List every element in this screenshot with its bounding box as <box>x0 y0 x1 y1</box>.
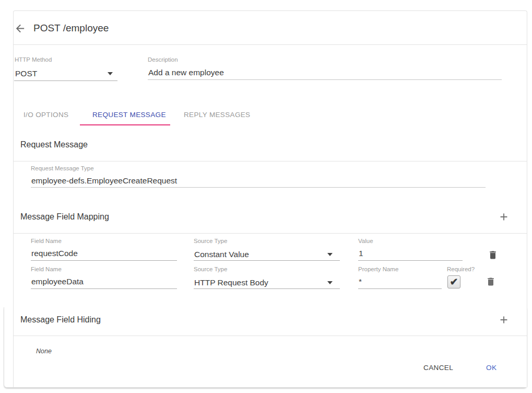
request-message-divider <box>13 161 527 161</box>
field-name-underline <box>31 260 177 261</box>
source-type-underline <box>194 260 340 261</box>
chevron-down-icon[interactable] <box>108 72 113 75</box>
delete-row-button[interactable] <box>486 276 496 287</box>
value-underline <box>358 260 463 261</box>
chevron-down-icon[interactable] <box>327 253 333 256</box>
http-method-select[interactable]: POST <box>15 69 37 78</box>
add-field-mapping-button[interactable] <box>498 211 510 223</box>
back-button[interactable] <box>14 22 26 34</box>
source-type-label: Source Type <box>194 266 227 272</box>
description-label: Description <box>148 56 178 63</box>
request-message-type-input[interactable]: employee-defs.EmployeeCreateRequest <box>31 176 177 186</box>
field-hiding-empty-text: None <box>36 348 52 355</box>
tab-io-options[interactable]: I/O OPTIONS <box>23 111 68 119</box>
description-underline <box>148 79 502 80</box>
dialog-card <box>13 10 527 387</box>
checkmark-icon: ✔ <box>450 276 458 287</box>
required-label: Required? <box>447 266 475 272</box>
request-message-type-underline <box>31 187 486 188</box>
source-type-select[interactable]: Constant Value <box>194 250 249 259</box>
tab-reply-messages[interactable]: REPLY MESSAGES <box>184 111 250 119</box>
active-tab-indicator <box>80 124 170 125</box>
delete-row-button[interactable] <box>488 249 498 261</box>
value-label: Value <box>358 238 373 244</box>
page-title: POST /employee <box>33 22 109 34</box>
add-field-hiding-button[interactable] <box>498 314 510 326</box>
arrow-left-icon <box>14 22 26 34</box>
source-type-underline <box>194 288 340 289</box>
field-name-input[interactable]: requestCode <box>31 249 78 258</box>
required-checkbox[interactable]: ✔ <box>447 275 460 288</box>
request-message-heading: Request Message <box>20 140 88 149</box>
chevron-down-icon[interactable] <box>327 281 333 284</box>
ok-button[interactable]: OK <box>486 364 496 372</box>
plus-icon <box>498 314 510 326</box>
field-hiding-divider <box>13 336 527 336</box>
field-name-input[interactable]: employeeData <box>31 277 84 286</box>
field-name-label: Field Name <box>31 238 62 244</box>
source-type-label: Source Type <box>194 238 227 244</box>
tab-request-message[interactable]: REQUEST MESSAGE <box>92 111 166 119</box>
trash-icon <box>486 276 496 287</box>
endpoint-editor-dialog: POST /employee HTTP Method POST Descript… <box>0 0 532 393</box>
property-name-input[interactable]: * <box>359 277 362 286</box>
description-input[interactable]: Add a new employee <box>148 68 224 77</box>
property-name-underline <box>358 288 442 289</box>
field-mapping-divider <box>13 233 527 234</box>
cancel-button[interactable]: CANCEL <box>423 364 453 372</box>
http-method-label: HTTP Method <box>15 56 52 63</box>
value-input[interactable]: 1 <box>359 249 363 258</box>
header-divider <box>13 44 527 45</box>
field-mapping-heading: Message Field Mapping <box>20 212 109 222</box>
http-method-underline <box>14 80 117 81</box>
field-name-underline <box>31 288 177 289</box>
trash-icon <box>488 249 498 261</box>
source-type-select[interactable]: HTTP Request Body <box>194 278 268 287</box>
plus-icon <box>498 211 510 223</box>
field-hiding-heading: Message Field Hiding <box>20 315 101 325</box>
property-name-label: Property Name <box>358 266 398 272</box>
request-message-type-label: Request Message Type <box>31 165 94 171</box>
field-name-label: Field Name <box>31 266 62 272</box>
